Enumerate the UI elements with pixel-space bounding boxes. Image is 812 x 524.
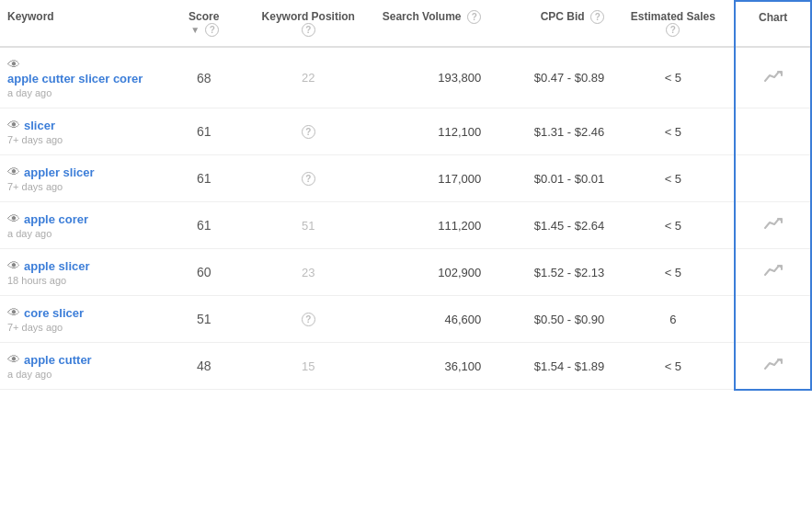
trend-chart-icon[interactable] [763, 215, 783, 235]
estimated-sales-cell: < 5 [612, 155, 735, 202]
keyword-name[interactable]: apple cutter [24, 353, 92, 367]
estimated-sales-cell: < 5 [612, 202, 735, 249]
keyword-time: 18 hours ago [7, 275, 159, 286]
position-cell: 23 [242, 249, 374, 296]
cpc-bid-cell: $1.45 - $2.64 [488, 202, 612, 249]
table-row: 👁apple cutter slicer corer a day ago 682… [0, 47, 811, 108]
search-volume-header-label: Search Volume [383, 10, 462, 23]
table-row: 👁core slicer 7+ days ago 51?46,600$0.50 … [0, 296, 811, 343]
score-header-label: Score [189, 10, 219, 23]
search-volume-value: 193,800 [438, 71, 481, 85]
col-header-cpc-bid: CPC Bid ? [488, 1, 612, 47]
keyword-table-wrapper: Keyword Score ▼ ? Keyword Position ? Sea… [0, 0, 812, 391]
trend-chart-icon[interactable] [763, 356, 783, 376]
estimated-sales-value: < 5 [665, 359, 681, 373]
search-volume-value: 46,600 [444, 313, 481, 326]
score-cell: 68 [166, 47, 243, 108]
score-value: 51 [197, 312, 212, 326]
keyword-name[interactable]: apple slicer [24, 259, 90, 273]
score-cell: 61 [166, 108, 243, 155]
keyword-name[interactable]: apple cutter slicer corer [7, 72, 143, 85]
cpc-bid-value: $1.54 - $1.89 [534, 359, 605, 373]
binoculars-icon: 👁 [7, 352, 20, 367]
score-sort-icon[interactable]: ▼ ? [174, 23, 235, 37]
cpc-bid-value: $1.31 - $2.46 [534, 125, 605, 139]
chart-cell [735, 155, 811, 202]
chart-cell [735, 108, 811, 155]
table-row: 👁apple slicer 18 hours ago 6023102,900$1… [0, 249, 811, 296]
chart-cell[interactable] [735, 343, 811, 390]
score-value: 61 [197, 218, 212, 233]
estimated-sales-value: < 5 [665, 219, 681, 233]
cpc-bid-cell: $1.54 - $1.89 [488, 343, 612, 390]
chart-cell[interactable] [735, 202, 811, 249]
keyword-position-header-label: Keyword Position [262, 10, 355, 23]
table-row: 👁slicer 7+ days ago 61?112,100$1.31 - $2… [0, 108, 811, 155]
position-cell: ? [242, 155, 374, 202]
score-value: 48 [197, 359, 212, 373]
keyword-cell: 👁apple corer a day ago [0, 202, 166, 249]
chart-cell [735, 296, 811, 343]
estimated-sales-header-label: Estimated Sales [631, 10, 715, 23]
estimated-sales-value: < 5 [665, 172, 681, 186]
score-cell: 51 [166, 296, 243, 343]
keyword-cell: 👁apple cutter slicer corer a day ago [0, 47, 166, 108]
keyword-time: a day ago [7, 369, 159, 380]
trend-chart-icon[interactable] [763, 262, 783, 282]
keyword-time: 7+ days ago [7, 134, 159, 145]
estimated-sales-cell: 6 [612, 296, 735, 343]
score-value: 68 [197, 71, 212, 85]
keyword-name[interactable]: appler slicer [24, 165, 95, 179]
position-cell: 22 [242, 47, 374, 108]
keyword-time: a day ago [7, 87, 159, 98]
cpc-bid-cell: $1.52 - $2.13 [488, 249, 612, 296]
col-header-keyword: Keyword [0, 1, 166, 47]
trend-chart-icon[interactable] [763, 68, 783, 88]
position-unknown-icon: ? [302, 313, 315, 326]
keyword-cell: 👁slicer 7+ days ago [0, 108, 166, 155]
binoculars-icon: 👁 [7, 57, 20, 72]
search-volume-cell: 117,000 [374, 155, 488, 202]
keyword-table: Keyword Score ▼ ? Keyword Position ? Sea… [0, 0, 812, 391]
cpc-bid-value: $1.45 - $2.64 [534, 219, 605, 233]
col-header-estimated-sales: Estimated Sales ? [612, 1, 735, 47]
position-cell: ? [242, 108, 374, 155]
keyword-name[interactable]: apple corer [24, 212, 88, 226]
keyword-header-label: Keyword [7, 10, 54, 23]
estimated-sales-cell: < 5 [612, 343, 735, 390]
keyword-time: a day ago [7, 228, 159, 239]
col-header-score[interactable]: Score ▼ ? [166, 1, 243, 47]
col-header-keyword-position: Keyword Position ? [242, 1, 374, 47]
cpc-bid-value: $0.01 - $0.01 [534, 172, 605, 186]
keyword-cell: 👁apple cutter a day ago [0, 343, 166, 390]
score-cell: 60 [166, 249, 243, 296]
search-volume-value: 36,100 [444, 359, 481, 373]
cpc-bid-cell: $0.47 - $0.89 [488, 47, 612, 108]
estimated-sales-cell: < 5 [612, 249, 735, 296]
chart-header-label: Chart [759, 11, 787, 24]
binoculars-icon: 👁 [7, 118, 20, 132]
estimated-sales-cell: < 5 [612, 108, 735, 155]
estimated-sales-value: < 5 [665, 125, 681, 139]
sort-down-icon: ▼ [190, 25, 200, 35]
chart-cell[interactable] [735, 47, 811, 108]
keyword-position-help-icon[interactable]: ? [302, 23, 315, 37]
position-cell: 51 [242, 202, 374, 249]
cpc-bid-value: $1.52 - $2.13 [534, 266, 605, 279]
position-value: 15 [302, 359, 315, 373]
estimated-sales-value: < 5 [665, 71, 681, 85]
position-unknown-icon: ? [302, 172, 315, 186]
search-volume-help-icon[interactable]: ? [467, 10, 481, 24]
keyword-name[interactable]: slicer [24, 119, 55, 132]
position-cell: 15 [242, 343, 374, 390]
position-value: 22 [302, 71, 315, 85]
score-help-icon[interactable]: ? [205, 23, 219, 37]
search-volume-cell: 36,100 [374, 343, 488, 390]
col-header-search-volume: Search Volume ? [374, 1, 488, 47]
keyword-name[interactable]: core slicer [24, 306, 84, 320]
estimated-sales-help-icon[interactable]: ? [666, 23, 680, 37]
chart-cell[interactable] [735, 249, 811, 296]
cpc-bid-value: $0.47 - $0.89 [534, 71, 605, 85]
cpc-bid-help-icon[interactable]: ? [590, 10, 604, 24]
keyword-time: 7+ days ago [7, 322, 159, 333]
